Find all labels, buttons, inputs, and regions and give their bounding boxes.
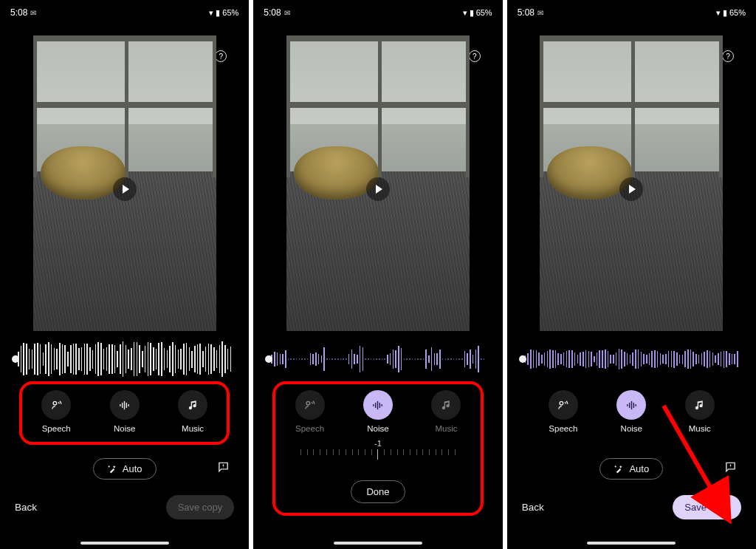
save-copy-button[interactable]: Save copy bbox=[673, 495, 741, 519]
svg-rect-5 bbox=[128, 404, 129, 406]
music-control[interactable]: Music bbox=[178, 390, 207, 433]
notif-icon: ✉ bbox=[284, 9, 290, 17]
audio-waveform[interactable] bbox=[271, 341, 484, 377]
status-bar: 5:08✉ ▾ ▮ 65% bbox=[0, 0, 249, 21]
svg-rect-17 bbox=[635, 404, 636, 406]
svg-rect-13 bbox=[627, 404, 628, 406]
auto-button[interactable]: Auto bbox=[599, 458, 663, 480]
video-preview[interactable] bbox=[33, 35, 216, 331]
svg-rect-8 bbox=[375, 402, 376, 407]
svg-rect-11 bbox=[382, 404, 382, 406]
clock-text: 5:08 bbox=[518, 7, 535, 18]
auto-label: Auto bbox=[629, 463, 649, 474]
back-button[interactable]: Back bbox=[522, 502, 544, 513]
feedback-icon[interactable] bbox=[217, 461, 230, 477]
video-preview[interactable] bbox=[286, 35, 470, 331]
save-copy-button[interactable]: Save copy bbox=[166, 495, 235, 519]
notif-icon: ✉ bbox=[30, 9, 36, 17]
audio-controls: Speech Noise Music -1 bbox=[274, 383, 481, 470]
status-bar: 5:08✉ ▾ ▮ 65% bbox=[253, 0, 502, 21]
music-label: Music bbox=[689, 424, 711, 433]
scrub-handle[interactable] bbox=[12, 355, 19, 363]
noise-slider[interactable]: -1 bbox=[300, 439, 456, 460]
speech-icon bbox=[50, 399, 63, 412]
audio-controls: Speech Noise Music bbox=[21, 383, 228, 443]
music-icon bbox=[693, 399, 706, 412]
play-button[interactable] bbox=[366, 177, 390, 201]
audio-waveform[interactable] bbox=[525, 341, 738, 377]
music-icon bbox=[440, 399, 453, 412]
auto-row: Auto bbox=[507, 455, 756, 482]
notif-icon: ✉ bbox=[537, 9, 543, 17]
speech-label: Speech bbox=[549, 424, 577, 433]
speech-label: Speech bbox=[42, 424, 71, 433]
speech-icon bbox=[303, 399, 316, 412]
music-label: Music bbox=[182, 424, 204, 433]
speech-icon bbox=[557, 399, 569, 412]
scrub-handle[interactable] bbox=[265, 355, 272, 363]
battery-text: 65% bbox=[222, 8, 238, 17]
svg-rect-3 bbox=[124, 400, 125, 409]
svg-rect-15 bbox=[631, 400, 632, 409]
speech-label: Speech bbox=[295, 424, 324, 433]
play-button[interactable] bbox=[113, 177, 137, 201]
audio-waveform[interactable] bbox=[18, 341, 231, 377]
music-label: Music bbox=[435, 424, 457, 433]
wifi-icon: ▾ bbox=[463, 8, 467, 18]
auto-label: Auto bbox=[123, 463, 142, 474]
back-button[interactable]: Back bbox=[15, 502, 37, 513]
phone-screenshot-1: 5:08✉ ▾ ▮ 65% ? Speech bbox=[0, 0, 249, 549]
video-preview[interactable] bbox=[540, 35, 723, 331]
nav-handle[interactable] bbox=[80, 542, 169, 545]
wifi-icon: ▾ bbox=[716, 8, 721, 18]
help-icon[interactable]: ? bbox=[215, 50, 227, 62]
speech-control[interactable]: Speech bbox=[295, 390, 325, 433]
svg-rect-14 bbox=[629, 402, 630, 407]
svg-point-6 bbox=[306, 401, 310, 405]
svg-rect-9 bbox=[377, 400, 378, 409]
play-button[interactable] bbox=[619, 177, 643, 201]
status-bar: 5:08✉ ▾ ▮ 65% bbox=[507, 0, 756, 21]
clock-text: 5:08 bbox=[10, 7, 27, 18]
svg-rect-10 bbox=[379, 402, 380, 407]
audio-controls: Speech Noise Music bbox=[528, 383, 735, 443]
done-button[interactable]: Done bbox=[351, 480, 405, 503]
music-control[interactable]: Music bbox=[431, 390, 461, 433]
magic-icon bbox=[107, 464, 117, 474]
noise-label: Noise bbox=[114, 424, 135, 433]
music-icon bbox=[187, 399, 199, 412]
feedback-icon[interactable] bbox=[724, 461, 737, 477]
phone-screenshot-2: 5:08✉ ▾ ▮ 65% ? Speech Noise bbox=[253, 0, 502, 549]
noise-control[interactable]: Noise bbox=[616, 390, 646, 433]
svg-rect-16 bbox=[633, 402, 633, 407]
svg-rect-2 bbox=[122, 402, 123, 407]
help-icon[interactable]: ? bbox=[722, 50, 734, 62]
speech-control[interactable]: Speech bbox=[41, 390, 71, 433]
noise-control[interactable]: Noise bbox=[110, 390, 140, 433]
speech-control[interactable]: Speech bbox=[549, 390, 578, 433]
noise-control[interactable]: Noise bbox=[363, 390, 393, 433]
svg-rect-1 bbox=[120, 404, 120, 406]
svg-point-12 bbox=[560, 401, 563, 405]
battery-icon: ▮ bbox=[723, 8, 727, 18]
wifi-icon: ▾ bbox=[209, 8, 213, 18]
noise-icon bbox=[371, 399, 384, 412]
svg-rect-7 bbox=[374, 404, 374, 406]
auto-row: Auto bbox=[0, 455, 249, 482]
svg-point-0 bbox=[53, 401, 57, 405]
noise-icon bbox=[118, 399, 131, 412]
auto-button[interactable]: Auto bbox=[93, 458, 157, 480]
nav-handle[interactable] bbox=[587, 542, 676, 545]
scrub-handle[interactable] bbox=[519, 355, 526, 363]
help-icon[interactable]: ? bbox=[469, 50, 481, 62]
clock-text: 5:08 bbox=[264, 7, 281, 18]
svg-rect-4 bbox=[126, 402, 127, 407]
noise-label: Noise bbox=[367, 424, 388, 433]
battery-text: 65% bbox=[476, 8, 492, 17]
nav-handle[interactable] bbox=[334, 542, 422, 545]
phone-screenshot-3: 5:08✉ ▾ ▮ 65% ? Speech Noise bbox=[507, 0, 756, 549]
noise-icon bbox=[625, 399, 638, 412]
battery-icon: ▮ bbox=[216, 8, 220, 18]
music-control[interactable]: Music bbox=[685, 390, 715, 433]
slider-value: -1 bbox=[300, 439, 456, 448]
